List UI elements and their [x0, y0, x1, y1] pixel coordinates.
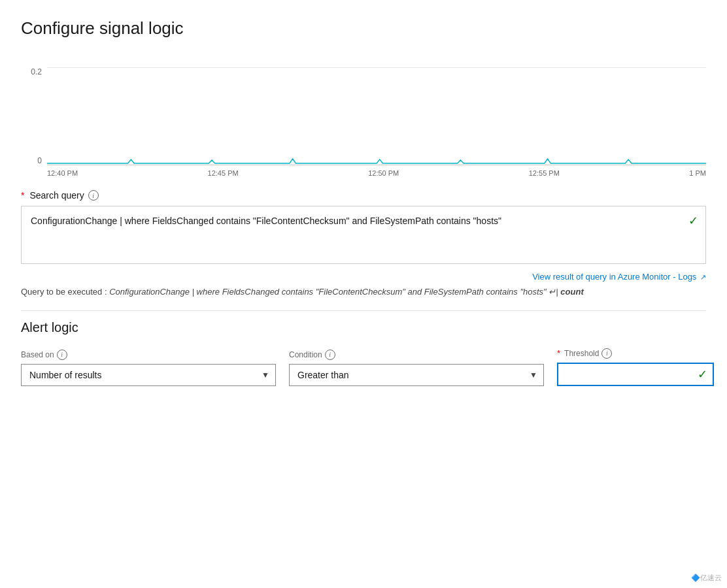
alert-fields-row: Based on i Number of results Metric meas… [21, 348, 706, 386]
search-query-input[interactable]: ConfigurationChange | where FieldsChange… [21, 206, 706, 264]
chart-plot [47, 67, 706, 165]
based-on-select[interactable]: Number of results Metric measurement [21, 364, 276, 386]
chart-x-label-2: 12:50 PM [368, 169, 399, 177]
condition-label: Condition i [289, 350, 544, 360]
search-query-info-icon[interactable]: i [88, 190, 99, 201]
query-box-wrapper: ConfigurationChange | where FieldsChange… [21, 206, 706, 267]
based-on-select-wrapper: Number of results Metric measurement ▼ [21, 364, 276, 386]
threshold-label-text: Threshold [564, 349, 599, 358]
configure-signal-panel: Configure signal logic 0.2 0 12:40 PM 12… [0, 0, 727, 588]
chart-x-labels: 12:40 PM 12:45 PM 12:50 PM 12:55 PM 1 PM [47, 167, 706, 185]
section-divider [21, 310, 706, 311]
view-result-link-text: View result of query in Azure Monitor - … [532, 272, 696, 282]
based-on-label: Based on i [21, 350, 276, 360]
condition-select[interactable]: Greater than Less than Equal to Not equa… [289, 364, 544, 386]
chart-svg [47, 67, 706, 165]
based-on-label-text: Based on [21, 350, 54, 359]
search-query-label: * Search query i [21, 190, 706, 201]
threshold-input-wrapper: 1 ✓ [557, 363, 714, 386]
chart-y-labels: 0.2 0 [21, 67, 44, 165]
threshold-input[interactable]: 1 [557, 363, 714, 386]
query-executed-label: Query to be executed : [21, 287, 107, 297]
based-on-group: Based on i Number of results Metric meas… [21, 350, 276, 386]
chart-x-label-0: 12:40 PM [47, 169, 78, 177]
search-query-label-text: Search query [29, 190, 84, 201]
watermark: 🔷亿速云 [691, 573, 722, 583]
search-query-required: * [21, 190, 24, 201]
alert-logic-title: Alert logic [21, 320, 706, 335]
condition-label-text: Condition [289, 350, 322, 359]
grid-line-top [47, 67, 706, 68]
view-result-link-wrapper: View result of query in Azure Monitor - … [21, 272, 706, 282]
query-executed-text: Query to be executed : ConfigurationChan… [21, 286, 706, 299]
external-link-icon: ↗ [700, 273, 706, 281]
threshold-required: * [557, 348, 560, 358]
based-on-info-icon[interactable]: i [57, 350, 67, 360]
threshold-info-icon[interactable]: i [601, 348, 612, 359]
grid-line-zero [47, 165, 706, 165]
search-query-checkmark: ✓ [688, 214, 698, 228]
chart-area: 0.2 0 12:40 PM 12:45 PM 12:50 PM 12:55 P… [21, 54, 706, 185]
threshold-group: * Threshold i 1 ✓ [557, 348, 714, 386]
condition-group: Condition i Greater than Less than Equal… [289, 350, 544, 386]
chart-y-label-top: 0.2 [31, 67, 44, 76]
chart-x-label-3: 12:55 PM [529, 169, 560, 177]
query-executed-value: ConfigurationChange | where FieldsChange… [109, 287, 584, 297]
threshold-checkmark: ✓ [698, 367, 707, 382]
chart-x-label-4: 1 PM [689, 169, 706, 177]
threshold-label: * Threshold i [557, 348, 714, 359]
condition-info-icon[interactable]: i [325, 350, 335, 360]
page-title: Configure signal logic [21, 18, 706, 39]
condition-select-wrapper: Greater than Less than Equal to Not equa… [289, 364, 544, 386]
chart-y-label-bottom: 0 [37, 156, 44, 165]
chart-x-label-1: 12:45 PM [208, 169, 239, 177]
view-result-link[interactable]: View result of query in Azure Monitor - … [532, 272, 706, 282]
